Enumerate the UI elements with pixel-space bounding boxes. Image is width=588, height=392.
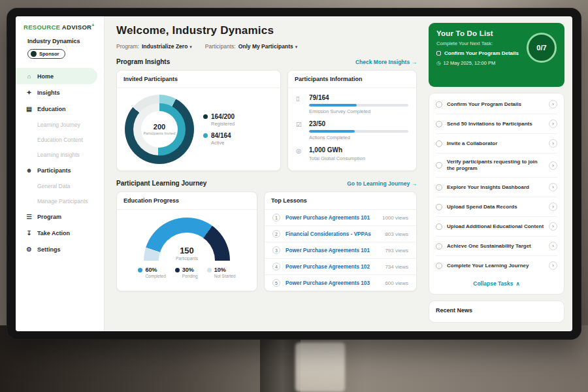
lesson-row: 4 Power Purchase Agreements 102 734 view… <box>265 259 416 275</box>
todo-task-list: Confirm Your Program Details › Send 50 I… <box>429 93 564 295</box>
sidebar-item-program[interactable]: ☰ Program <box>16 208 104 225</box>
todo-task-row[interactable]: Complete Your Learning Journey › <box>436 256 557 275</box>
program-icon: ☰ <box>25 213 33 220</box>
todo-progress-ring: 0/7 <box>527 33 557 63</box>
lesson-link[interactable]: Power Purchase Agreements 101 <box>286 215 377 221</box>
sidebar-item-general-data[interactable]: General Data <box>16 178 104 193</box>
todo-task-row[interactable]: Upload Additional Educational Content › <box>436 217 557 237</box>
task-chevron-icon[interactable]: › <box>549 222 557 231</box>
due-date: 12 May 2025, 12:00 PM <box>444 60 496 66</box>
gauge-center: 150 Participants <box>159 233 215 261</box>
todo-task-row[interactable]: Invite a Collaborator › <box>436 134 557 154</box>
sidebar-item-label: Settings <box>37 246 61 253</box>
sponsor-label: Sponsor <box>39 51 59 57</box>
sidebar-item-education[interactable]: ▤ Education <box>16 101 104 117</box>
task-label: Send 50 Invitations to Participants <box>447 121 544 127</box>
learning-journey-header: Participant Learning Journey Go to Learn… <box>116 180 417 187</box>
chevron-down-icon: ▾ <box>189 44 192 49</box>
sidebar-item-take-action[interactable]: ↧ Take Action <box>16 225 104 241</box>
todo-task-row[interactable]: Send 50 Invitations to Participants › <box>436 114 557 134</box>
clock-icon: ◷ <box>436 60 441 66</box>
legend-value: 30% <box>182 267 194 273</box>
todo-task-row[interactable]: Achieve One Sustainability Target › <box>436 237 557 256</box>
sidebar-item-learning-insights[interactable]: Learning Insights <box>16 147 104 162</box>
sidebar-item-label: Take Action <box>37 230 70 237</box>
task-chevron-icon[interactable]: › <box>549 261 557 270</box>
legend-label: Pending <box>182 274 198 278</box>
legend-item: 164/200 Registered <box>203 113 235 127</box>
dashboard-screen: RESOURCE ADVISOR+ Industry Dynamics Spon… <box>16 16 572 331</box>
legend-dot-registered <box>203 114 208 119</box>
lesson-rank: 5 <box>272 279 280 287</box>
sidebar-item-home[interactable]: ⌂ Home <box>16 68 97 84</box>
next-task-row[interactable]: Confirm Your Program Details <box>436 50 531 56</box>
legend-dot-not-started <box>207 268 212 272</box>
info-value: 79/164 <box>309 94 408 101</box>
sidebar-item-manage-participants[interactable]: Manage Participants <box>16 193 104 208</box>
take-action-icon: ↧ <box>25 229 33 237</box>
task-checkbox[interactable] <box>436 51 441 56</box>
home-icon: ⌂ <box>25 73 33 80</box>
sidebar-item-label: Participants <box>37 167 71 174</box>
todo-task-row[interactable]: Confirm Your Program Details › <box>436 95 557 114</box>
task-chevron-icon[interactable]: › <box>549 161 557 170</box>
sidebar-item-label: Manage Participants <box>37 198 88 204</box>
task-checkbox[interactable] <box>436 101 442 108</box>
page-title: Welcome, Industry Dynamics <box>116 24 417 37</box>
info-row-actions: ☑ 23/50 Actions Completed <box>288 120 416 140</box>
lesson-rank: 3 <box>272 246 280 254</box>
task-checkbox[interactable] <box>436 121 442 127</box>
lesson-link[interactable]: Power Purchase Agreements 103 <box>286 280 380 286</box>
go-to-learning-journey-link[interactable]: Go to Learning Journey → <box>347 180 417 187</box>
sidebar-item-label: Education Content <box>37 137 83 143</box>
task-chevron-icon[interactable]: › <box>549 183 557 191</box>
sponsor-badge[interactable]: Sponsor <box>27 49 65 59</box>
task-chevron-icon[interactable]: › <box>549 120 557 128</box>
task-chevron-icon[interactable]: › <box>549 242 557 250</box>
sidebar-item-participants[interactable]: ☻ Participants <box>16 162 104 178</box>
invited-donut-chart: 200 Participants Invited <box>125 95 194 164</box>
task-checkbox[interactable] <box>436 204 442 210</box>
program-select[interactable]: Program:Industrialize Zero▾ <box>116 43 192 50</box>
task-checkbox[interactable] <box>436 140 442 147</box>
lesson-row: 1 Power Purchase Agreements 101 1000 vie… <box>265 210 416 226</box>
lesson-link[interactable]: Financial Considerations - VPPAs <box>286 231 380 237</box>
legend-value: 60% <box>145 267 157 273</box>
todo-panel: Your To Do List Complete Your Next Task:… <box>425 16 572 331</box>
sidebar-item-education-content[interactable]: Education Content <box>16 132 104 147</box>
check-more-insights-link[interactable]: Check More Insights → <box>355 59 417 65</box>
todo-progress-value: 0/7 <box>536 44 546 52</box>
task-chevron-icon[interactable]: › <box>549 100 557 108</box>
sidebar-item-label: Program <box>37 214 61 220</box>
learning-cards-row: Education Progress 150 Participants 6 <box>116 191 417 291</box>
lesson-rank: 4 <box>272 263 280 270</box>
sidebar-item-settings[interactable]: ⚙ Settings <box>16 241 104 257</box>
sidebar-item-insights[interactable]: ✦ Insights <box>16 84 104 101</box>
task-label: Confirm Your Program Details <box>447 101 544 108</box>
todo-task-row[interactable]: Upload Spend Data Records › <box>436 197 557 217</box>
lesson-link[interactable]: Power Purchase Agreements 102 <box>286 264 380 270</box>
task-checkbox[interactable] <box>436 243 442 250</box>
participants-select-label: Participants: <box>205 43 236 50</box>
lesson-link[interactable]: Power Purchase Agreements 101 <box>286 248 380 253</box>
task-chevron-icon[interactable]: › <box>549 139 557 148</box>
task-chevron-icon[interactable]: › <box>549 203 557 211</box>
section-title: Program Insights <box>116 58 170 65</box>
sidebar-item-learning-journey[interactable]: Learning Journey <box>16 117 104 132</box>
task-checkbox[interactable] <box>436 263 442 269</box>
task-checkbox[interactable] <box>436 162 442 169</box>
todo-task-row[interactable]: Explore Your Insights Dashboard › <box>436 178 557 197</box>
task-checkbox[interactable] <box>436 184 442 191</box>
task-checkbox[interactable] <box>436 223 442 230</box>
chevron-down-icon: ▾ <box>295 44 298 49</box>
donut-legend: 164/200 Registered 84/164 Active <box>203 108 235 151</box>
emission-survey-progressbar <box>309 104 408 106</box>
lesson-views: 600 views <box>385 280 408 286</box>
card-title: Top Lessons <box>265 192 416 210</box>
collapse-tasks-link[interactable]: Collapse Tasks ∧ <box>436 275 557 293</box>
participants-select[interactable]: Participants:Only My Participants▾ <box>205 43 297 50</box>
task-label: Upload Spend Data Records <box>447 204 544 210</box>
collapse-label: Collapse Tasks <box>473 280 513 287</box>
todo-task-row[interactable]: Verify participants requesting to join t… <box>436 154 557 178</box>
gauge-legend: 60% Completed 30% Pending 10% Not Starte… <box>138 267 235 278</box>
